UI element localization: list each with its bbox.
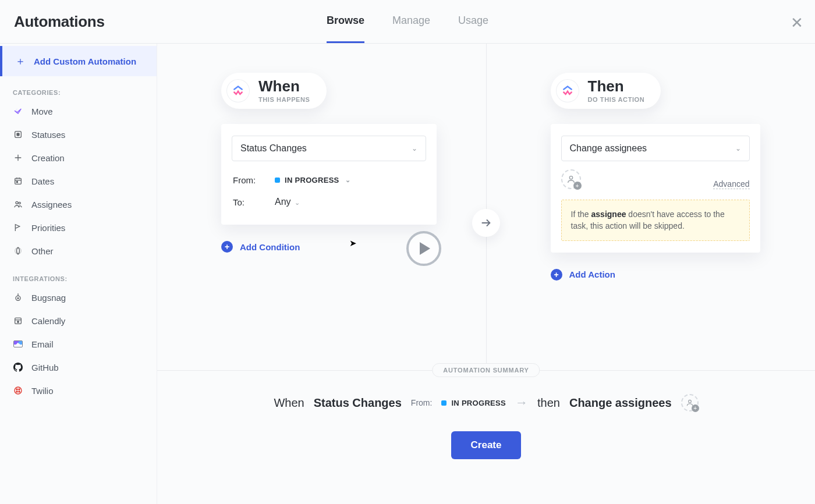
sidebar-item-github[interactable]: GitHub (0, 356, 157, 379)
svg-point-9 (17, 321, 19, 323)
svg-rect-1 (17, 133, 19, 136)
sidebar-item-other[interactable]: Other (0, 239, 157, 262)
chevron-down-icon: ⌄ (735, 144, 741, 152)
sidebar-item-label: GitHub (31, 363, 59, 372)
action-select-value: Change assignees (570, 143, 647, 154)
tab-manage[interactable]: Manage (392, 0, 430, 43)
tab-manage-label: Manage (392, 15, 430, 27)
sidebar-item-label: Statuses (31, 130, 65, 140)
trigger-card: Status Changes ⌄ From: IN PROGRESS ⌄ To: (221, 124, 437, 225)
svg-point-7 (17, 297, 19, 299)
svg-point-10 (15, 387, 22, 394)
sidebar-item-label: Email (31, 339, 54, 349)
sidebar-item-dates[interactable]: Dates (0, 169, 157, 193)
assignees-icon (13, 199, 23, 210)
action-card: Change assignees ⌄ + Advanced If the (551, 124, 760, 253)
play-icon (420, 242, 430, 255)
tab-usage[interactable]: Usage (458, 0, 488, 43)
summary-trigger: Status Changes (314, 396, 402, 410)
twilio-icon (13, 385, 23, 396)
create-button[interactable]: Create (451, 431, 522, 459)
github-icon (13, 362, 23, 372)
summary-line: When Status Changes From: IN PROGRESS → … (157, 394, 815, 411)
sidebar-item-label: Priorities (31, 223, 65, 233)
clickup-logo-icon (227, 80, 249, 102)
tab-browse[interactable]: Browse (327, 0, 364, 43)
sidebar-item-label: Creation (31, 153, 65, 163)
to-label: To: (233, 197, 275, 207)
advanced-link[interactable]: Advanced (713, 179, 749, 189)
action-select[interactable]: Change assignees ⌄ (561, 136, 750, 161)
play-button[interactable] (406, 231, 441, 266)
from-status-value: IN PROGRESS (285, 176, 339, 184)
summary-action: Change assignees (569, 396, 672, 410)
plus-circle-icon: + (551, 269, 562, 281)
arrow-right-icon: → (515, 395, 528, 410)
sidebar-item-assignees[interactable]: Assignees (0, 193, 157, 216)
add-action-button[interactable]: + Add Action (551, 269, 778, 281)
plus-badge-icon: + (573, 182, 582, 190)
when-title: When (258, 79, 310, 94)
bugsnag-icon (13, 292, 23, 303)
tab-usage-label: Usage (458, 15, 488, 27)
warning-banner: If the assignee doesn't have access to t… (561, 200, 750, 241)
svg-point-15 (569, 176, 572, 179)
arrow-right-icon (472, 209, 500, 237)
to-status-value: Any (275, 197, 291, 207)
add-custom-automation-button[interactable]: ＋ Add Custom Automation (0, 46, 157, 76)
sidebar-item-label: Bugsnag (31, 293, 66, 303)
add-condition-label: Add Condition (240, 242, 300, 252)
tabs: Browse Manage Usage (0, 0, 815, 43)
main: When THIS HAPPENS Status Changes ⌄ From:… (157, 44, 815, 504)
svg-point-12 (19, 389, 20, 390)
then-column: Then DO THIS ACTION Change assignees ⌄ + (487, 44, 816, 370)
sidebar-item-label: Dates (31, 176, 54, 186)
sidebar-item-priorities[interactable]: Priorities (0, 216, 157, 239)
add-custom-label: Add Custom Automation (34, 56, 136, 66)
sidebar: ＋ Add Custom Automation CATEGORIES: Move… (0, 44, 157, 504)
svg-rect-3 (16, 182, 17, 183)
sidebar-item-email[interactable]: Email (0, 332, 157, 356)
to-status-chip[interactable]: Any ⌄ (275, 197, 300, 207)
summary-badge: AUTOMATION SUMMARY (432, 363, 540, 377)
sidebar-item-calendly[interactable]: Calendly (0, 309, 157, 332)
then-title: Then (588, 79, 645, 94)
trigger-select-value: Status Changes (240, 143, 307, 154)
plus-icon: ＋ (15, 54, 26, 68)
priorities-icon (13, 222, 23, 233)
sidebar-item-twilio[interactable]: Twilio (0, 379, 157, 402)
from-row: From: IN PROGRESS ⌄ (232, 169, 426, 191)
email-icon (13, 339, 23, 349)
integrations-header: INTEGRATIONS: (0, 262, 157, 286)
chevron-down-icon: ⌄ (295, 199, 300, 206)
advanced-link-wrap: Advanced (713, 179, 749, 189)
close-icon[interactable]: ✕ (791, 15, 803, 30)
summary-when-word: When (274, 396, 304, 410)
then-header: Then DO THIS ACTION (551, 73, 661, 109)
when-column: When THIS HAPPENS Status Changes ⌄ From:… (157, 44, 486, 370)
sidebar-item-creation[interactable]: Creation (0, 146, 157, 169)
statuses-icon (13, 129, 23, 140)
from-status-chip[interactable]: IN PROGRESS ⌄ (275, 176, 350, 184)
plus-circle-icon: + (221, 241, 233, 253)
add-assignee-button[interactable]: + (561, 169, 581, 189)
categories-header: CATEGORIES: (0, 76, 157, 100)
svg-point-16 (688, 400, 691, 403)
plus-badge-icon: + (692, 404, 699, 412)
other-icon (13, 246, 23, 256)
sidebar-item-statuses[interactable]: Statuses (0, 123, 157, 146)
svg-point-5 (19, 202, 20, 204)
summary-section: AUTOMATION SUMMARY When Status Changes F… (157, 370, 815, 504)
trigger-select[interactable]: Status Changes ⌄ (232, 136, 426, 161)
when-subtitle: THIS HAPPENS (258, 96, 310, 103)
to-row: To: Any ⌄ (232, 191, 426, 213)
tab-browse-label: Browse (327, 15, 364, 27)
sidebar-item-move[interactable]: Move (0, 100, 157, 123)
summary-from-label: From: (411, 398, 433, 407)
chevron-down-icon: ⌄ (412, 144, 417, 152)
sidebar-item-label: Twilio (31, 386, 54, 396)
sidebar-item-bugsnag[interactable]: Bugsnag (0, 286, 157, 309)
status-color-swatch (441, 400, 447, 406)
summary-divider: AUTOMATION SUMMARY (157, 370, 815, 371)
svg-point-14 (19, 391, 20, 392)
